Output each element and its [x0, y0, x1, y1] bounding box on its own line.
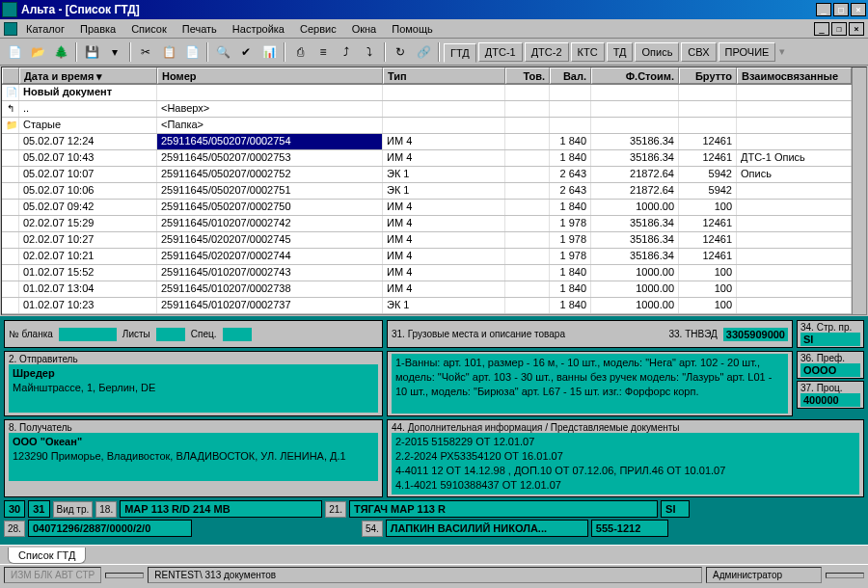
minimize-button[interactable]: _ [816, 3, 831, 16]
col-tov[interactable]: Тов. [505, 67, 550, 84]
mdi-minimize-button[interactable]: _ [814, 22, 829, 36]
tab-dts1[interactable]: ДТС-1 [478, 42, 523, 62]
col-brutto[interactable]: Брутто [679, 67, 737, 84]
cut-icon[interactable]: ✂ [135, 41, 156, 63]
status-empty1 [105, 573, 144, 578]
blank-value [59, 328, 117, 341]
col-date[interactable]: Дата и время ▾ [19, 67, 157, 84]
menu-service[interactable]: Сервис [293, 21, 343, 37]
pref-value: ОООО [800, 363, 860, 377]
tab-other[interactable]: ПРОЧИЕ [719, 42, 776, 62]
menu-windows[interactable]: Окна [345, 21, 384, 37]
col-linked[interactable]: Взаимосвязанные [737, 67, 852, 84]
f54-value: ЛАПКИН ВАСИЛИЙ НИКОЛА... [386, 520, 588, 537]
tab-dts2[interactable]: ДТС-2 [525, 42, 569, 62]
receiver-label: 8. Получатель [9, 422, 378, 433]
tab-svh[interactable]: СВХ [681, 42, 716, 62]
sender-content: Шредер Майнштрассе, 1, Берлин, DE [9, 364, 378, 413]
vertical-scrollbar[interactable] [852, 67, 866, 314]
goods-label: 31. Грузовые места и описание товара [392, 329, 565, 339]
misc3-icon[interactable]: ⤴ [336, 41, 357, 63]
menubar: Каталог Правка Список Печать Настройка С… [0, 19, 868, 39]
titlebar: Альта - [Список ГТД] _ □ × [0, 0, 868, 19]
pref-label: 36. Преф. [800, 353, 860, 363]
app-icon [2, 2, 17, 17]
table-row[interactable]: Новый документ [2, 85, 852, 101]
chevron-down-icon[interactable]: ▾ [779, 45, 785, 58]
table-row[interactable]: 05.02.07 09:4225911645/050207/0002750ИМ … [2, 200, 852, 216]
sheets-value [156, 328, 185, 341]
menu-list[interactable]: Список [124, 21, 174, 37]
maximize-button[interactable]: □ [833, 3, 849, 16]
new-doc-icon[interactable]: 📄 [4, 41, 25, 63]
spec-value [223, 328, 252, 341]
f28-label: 28. [4, 521, 25, 537]
sort-desc-icon: ▾ [96, 70, 102, 82]
tab-kts[interactable]: КТС [571, 42, 605, 62]
table-row[interactable]: 05.02.07 12:2425911645/050207/0002754ИМ … [2, 134, 852, 150]
col-icon[interactable] [2, 67, 19, 84]
app-icon-small [4, 22, 17, 36]
table-row[interactable]: ..<Наверх> [2, 101, 852, 118]
table-row[interactable]: 02.02.07 15:2925911645/010207/0002742ИМ … [2, 216, 852, 232]
sheet-tab-list[interactable]: Список ГТД [8, 548, 86, 564]
menu-help[interactable]: Помощь [385, 21, 440, 37]
misc4-icon[interactable]: ⤵ [359, 41, 380, 63]
statusbar: ИЗМ БЛК АВТ СТР RENTEST\ 313 документов … [0, 564, 868, 585]
table-row[interactable]: 05.02.07 10:0625911645/050207/0002751ЭК … [2, 183, 852, 200]
sender-label: 2. Отправитель [9, 354, 378, 364]
f54b-value: 555-1212 [591, 520, 668, 537]
menu-edit[interactable]: Правка [73, 21, 122, 37]
table-row[interactable]: 01.02.07 15:5225911645/010207/0002743ИМ … [2, 265, 852, 281]
tab-td[interactable]: ТД [607, 42, 634, 62]
save-dropdown-icon[interactable]: ▾ [104, 41, 125, 63]
col-type[interactable]: Тип [383, 67, 505, 84]
table-row[interactable]: 01.02.07 10:2325911645/010207/0002737ЭК … [2, 298, 852, 314]
col-val[interactable]: Вал. [550, 67, 591, 84]
misc2-icon[interactable]: ≡ [312, 41, 334, 63]
f54-label: 54. [362, 521, 383, 537]
docs-label: 44. Дополнительная информация / Представ… [392, 422, 859, 433]
tnved-label: 33. ТНВЭД [669, 329, 718, 339]
refresh-icon[interactable]: ↻ [390, 41, 411, 63]
sheet-tabs: Список ГТД [0, 545, 868, 564]
mdi-close-button[interactable]: × [849, 22, 864, 36]
table-row[interactable]: Старые<Папка> [2, 118, 852, 134]
find-icon[interactable]: 🔍 [212, 41, 233, 63]
vid-label: Вид тр. [53, 501, 94, 518]
status-empty2 [826, 573, 864, 578]
goods-content: 1-Ванны: арт. 101, размер - 16 м, - 10 ш… [392, 354, 788, 414]
spec-label: Спец. [191, 329, 217, 339]
copy-icon[interactable]: 📋 [158, 41, 179, 63]
save-icon[interactable]: 💾 [81, 41, 102, 63]
table-row[interactable]: 05.02.07 10:4325911645/050207/0002753ИМ … [2, 150, 852, 167]
paste-icon[interactable]: 📄 [181, 41, 203, 63]
link-icon[interactable]: 🔗 [413, 41, 434, 63]
tnved-value: 3305909000 [723, 328, 788, 341]
check-icon[interactable]: ✔ [235, 41, 257, 63]
form-area: № бланка Листы Спец. 31. Грузовые места … [0, 316, 868, 545]
window-title: Альта - [Список ГТД] [21, 3, 816, 16]
mdi-restore-button[interactable]: ❐ [831, 22, 847, 36]
f21b-value: SI [661, 500, 690, 518]
menu-print[interactable]: Печать [176, 21, 224, 37]
table-row[interactable]: 05.02.07 10:0725911645/050207/0002752ЭК … [2, 167, 852, 183]
close-button[interactable]: × [851, 3, 866, 16]
tab-opis[interactable]: Опись [635, 42, 679, 62]
menu-catalog[interactable]: Каталог [19, 21, 71, 37]
menu-settings[interactable]: Настройка [226, 21, 291, 37]
f18-value: МАР 113 R/D 214 МВ [120, 500, 322, 518]
table-row[interactable]: 02.02.07 10:2725911645/020207/0002745ИМ … [2, 232, 852, 249]
misc1-icon[interactable]: ⎙ [289, 41, 311, 63]
col-fstoim[interactable]: Ф.Стоим. [591, 67, 679, 84]
chart-icon[interactable]: 📊 [258, 41, 280, 63]
folder-tree-icon[interactable]: 🌲 [50, 41, 71, 63]
table-row[interactable]: 02.02.07 10:2125911645/020207/0002744ИМ … [2, 249, 852, 265]
status-info: RENTEST\ 313 документов [148, 567, 702, 583]
col-number[interactable]: Номер [157, 67, 383, 84]
tab-gtd[interactable]: ГТД [444, 43, 476, 63]
sheets-label: Листы [122, 329, 150, 339]
table-row[interactable]: 01.02.07 13:0425911645/010207/0002738ИМ … [2, 281, 852, 298]
open-icon[interactable]: 📂 [27, 41, 48, 63]
grid-body[interactable]: Новый документ..<Наверх>Старые<Папка>05.… [2, 85, 852, 315]
